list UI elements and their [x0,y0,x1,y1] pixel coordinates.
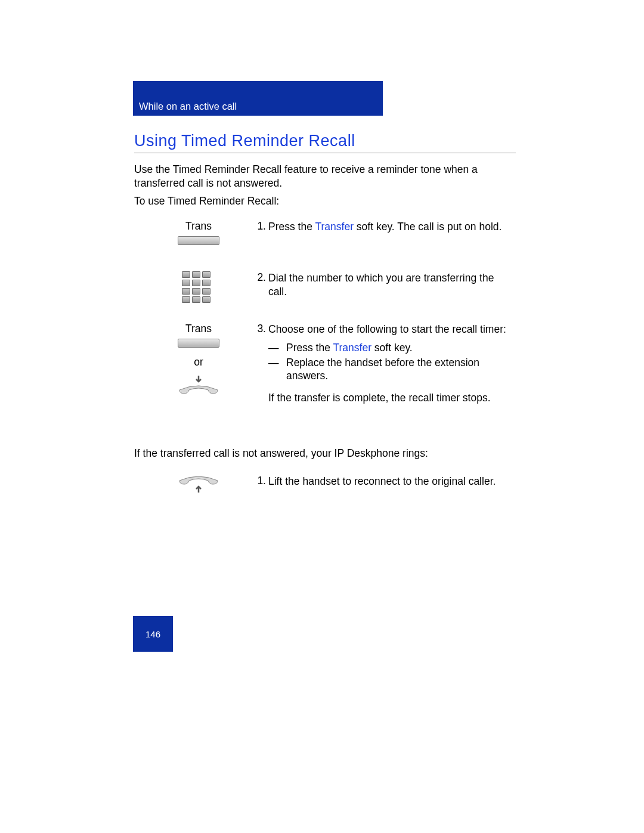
page-number-box: 146 [133,616,173,652]
step-1-text: Press the Transfer soft key. The call is… [268,220,513,234]
step-number: 1. [250,475,266,487]
softkey-trans-icon-2: Trans or [163,323,234,398]
keypad-graphic [182,271,215,303]
transfer-link: Transfer [333,342,371,354]
page-number: 146 [145,629,160,639]
softkey-trans-icon: Trans [163,220,234,245]
step-number: 3. [250,323,266,335]
softkey-label: Trans [185,220,212,232]
mid-paragraph: If the transferred call is not answered,… [134,447,519,460]
or-label: or [163,356,234,368]
softkey-button-graphic [178,339,219,348]
section-title: Using Timed Reminder Recall [134,132,516,153]
handset-up-icon [163,473,234,498]
softkey-button-graphic [178,236,219,245]
step-3-tail: If the transfer is complete, the recall … [268,391,513,405]
transfer-link: Transfer [315,221,354,233]
step-number: 1. [250,220,266,233]
intro-paragraph: Use the Timed Reminder Recall feature to… [134,163,519,190]
instruction-lead: To use Timed Reminder Recall: [134,194,519,208]
step-3-text: Choose one of the following to start the… [268,323,513,405]
step-2-text: Dial the number to which you are transfe… [268,271,513,299]
step-3-bullet-1: Press the Transfer soft key. [268,341,513,355]
chapter-header: While on an active call [133,81,383,116]
keypad-icon [163,271,234,303]
handset-down-icon [163,373,234,398]
step-number: 2. [250,271,266,284]
softkey-label: Trans [185,323,212,335]
step-3-bullet-2: Replace the handset before the extension… [268,356,513,383]
step2-1-text: Lift the handset to reconnect to the ori… [268,475,513,488]
chapter-header-text: While on an active call [139,101,237,112]
